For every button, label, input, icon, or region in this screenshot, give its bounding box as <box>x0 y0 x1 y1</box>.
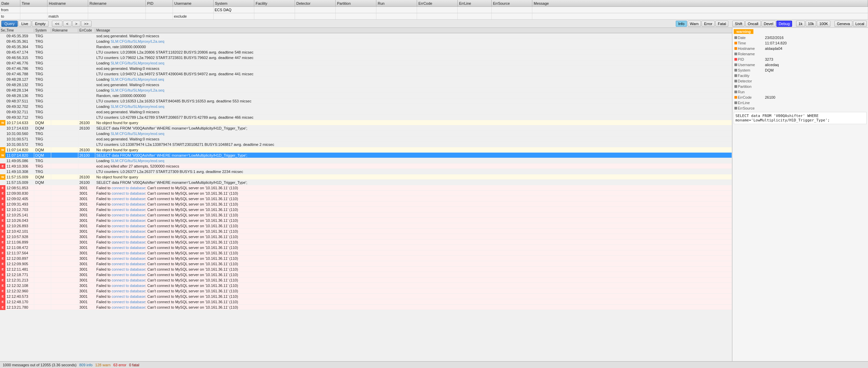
log-row[interactable]: E12:09:31.4933001Failed to connect to da… <box>0 201 732 207</box>
filter-username-input[interactable] <box>173 7 213 13</box>
filter-from-input[interactable] <box>20 7 47 13</box>
log-row[interactable]: E12:12:32.9603001Failed to connect to da… <box>0 288 732 294</box>
filter-from-time[interactable] <box>20 7 47 13</box>
log-row[interactable]: 09:48:28.127TRGLoading SLM:CFG/ltu/SLMpr… <box>0 77 732 82</box>
log-row[interactable]: E12:12:32.1083001Failed to connect to da… <box>0 283 732 288</box>
log-row[interactable]: 11:49:05.086TRGLoading SLM:CFG/ltu/SLMpr… <box>0 158 732 163</box>
filter-exclude-input[interactable] <box>214 13 254 19</box>
filter-detector-to-input[interactable] <box>295 13 335 19</box>
col-header-rolename[interactable]: Rolename <box>88 0 146 6</box>
live-button[interactable]: Live <box>18 21 31 27</box>
filter-partition-to-input[interactable] <box>336 13 376 19</box>
filter-system-input[interactable] <box>214 7 254 13</box>
log-row[interactable]: W11:57:15.009DQM26100No object found for… <box>0 174 732 180</box>
log-row[interactable]: W11:07:14.820DQM26100SELECT data FROM 'V… <box>0 153 732 158</box>
log-row[interactable]: E12:12:40.5733001Failed to connect to da… <box>0 294 732 299</box>
log-row[interactable]: 09:49:32.702TRGLoading SLM:CFG/ltu/SLMpr… <box>0 104 732 109</box>
filter-pid-to-input[interactable] <box>146 13 173 19</box>
col-header-detector[interactable]: Detector <box>295 0 336 6</box>
filter-system-from[interactable] <box>214 7 254 13</box>
100k-button[interactable]: 100K <box>817 21 830 27</box>
nav-prev-button[interactable]: < <box>63 21 71 27</box>
log-row[interactable]: E12:13:21.7803001Failed to connect to da… <box>0 305 732 310</box>
filter-hostname-input[interactable] <box>47 7 88 13</box>
filter-message-to[interactable] <box>532 13 868 19</box>
col-header-run[interactable]: Run <box>376 0 417 6</box>
log-row[interactable]: 09:46:56.315TRGLTU counters: L0:79602 L2… <box>0 55 732 60</box>
log-row[interactable]: E12:08:51.8533001Failed to connect to da… <box>0 185 732 191</box>
nav-last-button[interactable]: >> <box>81 21 92 27</box>
devel-filter-button[interactable]: Devel <box>762 21 776 27</box>
filter-pid-input[interactable] <box>146 7 173 13</box>
col-header-errline[interactable]: ErrLine <box>458 0 492 6</box>
filter-errsource-to[interactable] <box>492 13 532 19</box>
log-row[interactable]: 09:48:37.511TRGLTU counters: L0:16353 L2… <box>0 98 732 104</box>
filter-detector-from[interactable] <box>295 7 336 13</box>
col-header-system[interactable]: System <box>214 0 254 6</box>
log-row[interactable]: E12:12:31.2133001Failed to connect to da… <box>0 277 732 283</box>
col-header-errsource[interactable]: ErrSource <box>492 0 532 6</box>
log-row[interactable]: 09:48:28.132TRGsod.seq generated. Waitin… <box>0 82 732 88</box>
log-row[interactable]: E12:10:57.9283001Failed to connect to da… <box>0 234 732 239</box>
log-row[interactable]: 09:48:28.134TRGLoading SLM:CFG/ltu/SLMpr… <box>0 88 732 93</box>
log-row[interactable]: 09:48:28.136TRGRandom, rate:100000.00000… <box>0 93 732 98</box>
filter-facility-from[interactable] <box>254 7 295 13</box>
log-row[interactable]: E12:12:18.7713001Failed to connect to da… <box>0 272 732 277</box>
filter-partition-from[interactable] <box>336 7 376 13</box>
filter-facility-to-input[interactable] <box>254 13 295 19</box>
10k-button[interactable]: 10k <box>806 21 816 27</box>
filter-detector-input[interactable] <box>295 7 335 13</box>
filter-errcode-to[interactable] <box>417 13 458 19</box>
filter-errcode-to-input[interactable] <box>417 13 457 19</box>
log-row[interactable]: E12:09:00.8303001Failed to connect to da… <box>0 191 732 196</box>
log-row[interactable]: E12:11:37.5643001Failed to connect to da… <box>0 250 732 256</box>
log-row[interactable]: E12:12:09.9053001Failed to connect to da… <box>0 261 732 267</box>
log-rows-container[interactable]: 09:45:35.359TRGsod.seq generated. Waitin… <box>0 33 732 368</box>
filter-errcode-from[interactable] <box>417 7 458 13</box>
log-row[interactable]: E12:10:25.1413001Failed to connect to da… <box>0 212 732 218</box>
nav-next-button[interactable]: > <box>72 21 80 27</box>
filter-match-input[interactable] <box>88 13 145 19</box>
log-row[interactable]: 09:45:35.364TRGRandom, rate:100000.00000… <box>0 44 732 50</box>
oncall-filter-button[interactable]: Oncall <box>745 21 761 27</box>
log-row[interactable]: E12:12:00.8973001Failed to connect to da… <box>0 256 732 261</box>
filter-errsource-to-input[interactable] <box>492 13 532 19</box>
log-row[interactable]: 10:17:14.633DQM26100SELECT data FROM 'V0… <box>0 125 732 131</box>
filter-pid-to[interactable] <box>146 13 173 19</box>
log-row[interactable]: E12:10:12.7033001Failed to connect to da… <box>0 207 732 212</box>
empty-button[interactable]: Empty <box>32 21 48 27</box>
col-header-username[interactable]: Username <box>173 0 214 6</box>
filter-errcode-input[interactable] <box>417 7 457 13</box>
filter-run-input[interactable] <box>376 7 417 13</box>
log-row[interactable]: 09:45:35.361TRGLoading SLM:CFG/ltu/SLMpr… <box>0 39 732 44</box>
filter-partition-input[interactable] <box>336 7 376 13</box>
filter-rolename-from[interactable] <box>88 7 146 13</box>
shift-filter-button[interactable]: Shift <box>732 21 745 27</box>
log-row[interactable]: E12:10:42.1013001Failed to connect to da… <box>0 229 732 234</box>
col-header-pid[interactable]: PID <box>146 0 173 6</box>
filter-errline-input[interactable] <box>458 7 491 13</box>
col-header-hostname[interactable]: Hostname <box>47 0 88 6</box>
filter-message-from[interactable] <box>532 7 868 13</box>
log-row[interactable]: 09:49:32.711TRGeod.seq generated. Waitin… <box>0 109 732 115</box>
error-filter-button[interactable]: Error <box>702 21 714 27</box>
log-row[interactable]: 09:45:47.174TRGLTU counters: L0:20806 L2… <box>0 50 732 55</box>
log-row[interactable]: E12:09:02.4053001Failed to connect to da… <box>0 196 732 201</box>
col-header-time[interactable]: Time <box>20 0 47 6</box>
nav-first-button[interactable]: << <box>52 21 62 27</box>
log-row[interactable]: E12:10:26.8933001Failed to connect to da… <box>0 223 732 229</box>
log-row[interactable]: 10:31:00.560TRGLoading SLM:CFG/ltu/SLMpr… <box>0 131 732 136</box>
log-row[interactable]: 09:47:46.788TRGLTU counters: L0:94972 L2… <box>0 71 732 77</box>
query-button[interactable]: Query <box>1 21 18 27</box>
filter-rolename-input[interactable] <box>88 7 145 13</box>
log-row[interactable]: 10:31:00.571TRGeod.seq generated. Waitin… <box>0 136 732 142</box>
filter-to-input[interactable] <box>20 13 47 19</box>
log-row[interactable]: 09:47:46.776TRGLoading SLM:CFG/ltu/SLMpr… <box>0 60 732 66</box>
filter-match-input-cell[interactable] <box>88 13 146 19</box>
filter-errline-from[interactable] <box>458 7 492 13</box>
log-row[interactable]: 10:31:00.572TRGLTU counters: L0:13387947… <box>0 142 732 147</box>
warn-filter-button[interactable]: Warn <box>688 21 701 27</box>
filter-partition-to[interactable] <box>336 13 376 19</box>
col-header-message[interactable]: Message <box>532 0 868 6</box>
fatal-filter-button[interactable]: Fatal <box>715 21 728 27</box>
